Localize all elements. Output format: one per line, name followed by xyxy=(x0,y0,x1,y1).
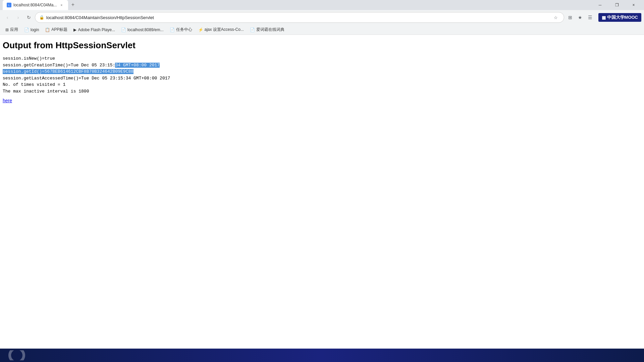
url-text: localhost:8084/C04MaintainSession/HttpSe… xyxy=(46,15,550,20)
bookmark-biaoti-label: APP标题 xyxy=(51,27,67,33)
login-icon: 📄 xyxy=(24,27,29,32)
bookmark-localhost-label: localhost:8089/em... xyxy=(127,27,163,32)
bookmark-fanyi-label: 爱词霸在线词典 xyxy=(256,27,284,33)
line-is-new: session.isNew()=true xyxy=(3,55,641,62)
line-session-id: session.getId()=567BEB614612CBF8B70B3246… xyxy=(3,68,641,75)
mooc-logo-symbol: ▦ xyxy=(602,15,606,20)
browser-right-icons: ⊞ ★ ☰ ▦ 中国大学MOOC xyxy=(566,11,641,23)
window-controls: ─ ❐ × xyxy=(592,0,641,10)
title-bar: L localhost:8084/C04Ma... × + ─ ❐ × xyxy=(0,0,644,10)
task-icon: 📄 xyxy=(170,27,175,32)
bookmark-login-label: login xyxy=(31,27,39,32)
line-max-inactive: The max inactive interval is 1800 xyxy=(3,88,641,95)
here-link[interactable]: here xyxy=(3,98,12,103)
back-button[interactable]: ‹ xyxy=(3,13,12,22)
session-id-highlighted: session.getId()=567BEB614612CBF8B70B3246… xyxy=(3,69,133,74)
ajax-icon: ⚡ xyxy=(198,27,203,32)
highlighted-time: 34 GMT+08:00 2017 xyxy=(115,63,160,68)
bookmark-task-center[interactable]: 📄 任务中心 xyxy=(167,26,195,34)
output-lines: session.isNew()=true session.getCreation… xyxy=(3,55,641,95)
bookmark-adobe-flash[interactable]: ▶ Adobe Flash Playe... xyxy=(71,26,118,33)
bookmark-apps[interactable]: ⊞ 应用 xyxy=(3,26,21,34)
extensions-icon[interactable]: ⊞ xyxy=(566,13,575,22)
security-icon: 🔒 xyxy=(39,15,44,20)
new-tab-button[interactable]: + xyxy=(68,0,77,9)
settings-icon[interactable]: ☰ xyxy=(586,13,595,22)
bookmark-app-biaoti[interactable]: 📋 APP标题 xyxy=(42,26,70,34)
address-right-icons: ☆ xyxy=(552,13,560,21)
mooc-logo: ▦ 中国大学MOOC xyxy=(598,11,641,23)
bottom-bar xyxy=(0,349,644,362)
bookmark-task-label: 任务中心 xyxy=(176,27,192,33)
page-title: Output from HttpSessionServlet xyxy=(3,40,641,51)
line-creation-time: session.getCreationTime()=Tue Dec 05 23:… xyxy=(3,62,641,69)
bookmark-login[interactable]: 📄 login xyxy=(21,26,42,33)
address-box[interactable]: 🔒 localhost:8084/C04MaintainSession/Http… xyxy=(35,12,564,23)
bookmark-ajax-label: ajax 设置Access-Co... xyxy=(205,27,244,33)
address-bar-row: ‹ › ↻ 🔒 localhost:8084/C04MaintainSessio… xyxy=(0,10,644,25)
bookmarks-bar: ⊞ 应用 📄 login 📋 APP标题 ▶ Adobe Flash Playe… xyxy=(0,25,644,35)
minimize-button[interactable]: ─ xyxy=(592,0,608,10)
bookmark-apps-label: 应用 xyxy=(10,27,18,33)
bookmark-star-icon[interactable]: ☆ xyxy=(552,13,560,21)
close-button[interactable]: × xyxy=(626,0,641,10)
active-tab[interactable]: L localhost:8084/C04Ma... × xyxy=(3,0,68,10)
reload-button[interactable]: ↻ xyxy=(24,13,34,22)
forward-button[interactable]: › xyxy=(13,13,23,22)
bookmark-localhost-em[interactable]: 📄 localhost:8089/em... xyxy=(118,26,166,33)
logo-curve xyxy=(8,350,25,360)
flash-icon: ▶ xyxy=(73,27,76,32)
bookmark-fanyi[interactable]: 📄 爱词霸在线词典 xyxy=(247,26,287,34)
apps-icon: ⊞ xyxy=(5,27,9,32)
line-last-accessed: session.getLastAccessedTime()=Tue Dec 05… xyxy=(3,75,641,82)
fanyi-icon: 📄 xyxy=(250,27,255,32)
tab-bar: L localhost:8084/C04Ma... × + xyxy=(3,0,590,10)
tab-favicon: L xyxy=(7,3,11,7)
localhost-icon: 📄 xyxy=(121,27,126,32)
bookmarks-icon[interactable]: ★ xyxy=(576,13,585,22)
mooc-logo-image: ▦ 中国大学MOOC xyxy=(598,13,641,22)
bottom-logo xyxy=(7,350,27,360)
bookmark-ajax[interactable]: ⚡ ajax 设置Access-Co... xyxy=(196,26,247,34)
browser-window: L localhost:8084/C04Ma... × + ─ ❐ × ‹ › … xyxy=(0,0,644,362)
restore-button[interactable]: ❐ xyxy=(609,0,625,10)
biaoti-icon: 📋 xyxy=(45,27,50,32)
tab-title: localhost:8084/C04Ma... xyxy=(13,3,57,7)
tab-close-button[interactable]: × xyxy=(59,2,64,8)
page-content: Output from HttpSessionServlet session.i… xyxy=(0,35,644,362)
logo-graphic xyxy=(7,350,27,360)
line-times-visited: No. of times visited = 1 xyxy=(3,81,641,88)
mooc-logo-text: 中国大学MOOC xyxy=(607,14,638,20)
bookmark-flash-label: Adobe Flash Playe... xyxy=(78,27,115,32)
